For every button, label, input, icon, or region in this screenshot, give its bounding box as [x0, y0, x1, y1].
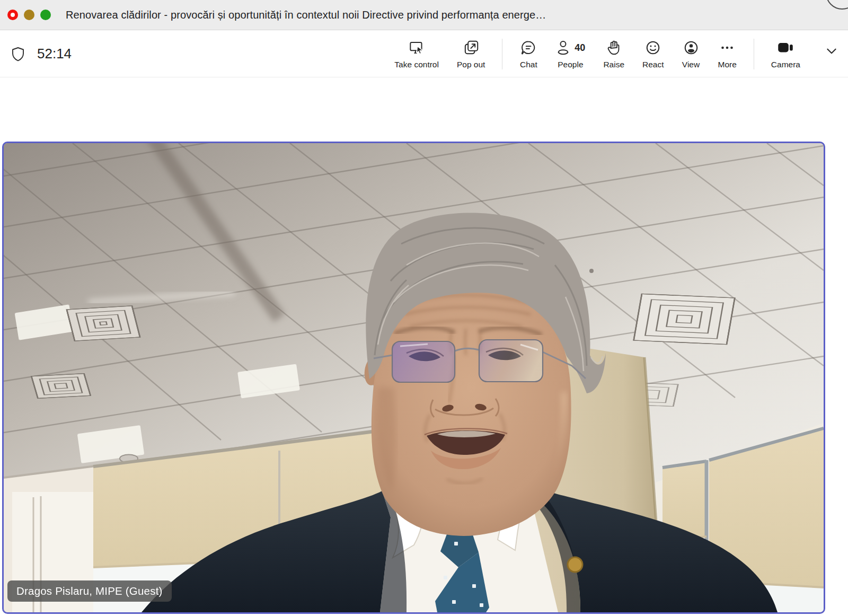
active-speaker-video-tile[interactable]: Dragos Pislaru, MIPE (Guest)	[2, 142, 825, 614]
view-label: View	[682, 60, 700, 69]
people-count-badge: 40	[575, 42, 585, 54]
take-control-label: Take control	[394, 60, 439, 69]
more-button[interactable]: More	[717, 39, 738, 69]
pop-out-icon	[462, 39, 480, 57]
take-control-icon	[408, 39, 426, 57]
more-label: More	[718, 60, 737, 69]
zoom-button[interactable]	[40, 10, 51, 20]
window-title: Renovarea clădirilor - provocări și opor…	[66, 9, 546, 21]
pop-out-button[interactable]: Pop out	[456, 39, 486, 69]
shield-icon	[10, 46, 26, 63]
raise-hand-icon	[605, 39, 623, 57]
traffic-lights	[7, 10, 51, 20]
react-button[interactable]: React	[641, 39, 665, 69]
react-label: React	[642, 60, 664, 69]
chevron-down-icon	[825, 44, 838, 58]
raise-hand-label: Raise	[603, 60, 624, 69]
people-icon	[555, 39, 571, 57]
camera-options-button[interactable]	[825, 44, 838, 58]
minimize-button[interactable]	[24, 10, 34, 20]
webcam-video-feed	[4, 143, 824, 612]
window-titlebar: Renovarea clădirilor - provocări și opor…	[0, 0, 848, 30]
people-label: People	[558, 60, 583, 69]
view-button[interactable]: View	[681, 39, 701, 69]
chat-label: Chat	[520, 60, 537, 69]
toolbar-separator	[754, 39, 754, 69]
close-button[interactable]	[7, 10, 18, 20]
participant-name-label: Dragos Pislaru, MIPE (Guest)	[7, 580, 172, 602]
toolbar-separator	[502, 39, 502, 69]
meeting-timer: 52:14	[37, 46, 72, 62]
pop-out-label: Pop out	[457, 60, 485, 69]
meeting-toolbar: 52:14 Take control	[0, 31, 848, 77]
take-control-button[interactable]: Take control	[393, 39, 440, 69]
raise-hand-button[interactable]: Raise	[602, 39, 625, 69]
more-ellipsis-icon	[718, 39, 736, 57]
camera-label: Camera	[771, 60, 800, 69]
react-smiley-icon	[644, 39, 662, 57]
view-icon	[682, 39, 700, 57]
chat-icon	[519, 39, 537, 57]
camera-button[interactable]: Camera	[770, 39, 801, 69]
camera-icon	[776, 39, 795, 57]
lapel-pin	[568, 557, 582, 572]
chat-button[interactable]: Chat	[518, 39, 538, 69]
people-button[interactable]: 40 People	[554, 39, 586, 69]
